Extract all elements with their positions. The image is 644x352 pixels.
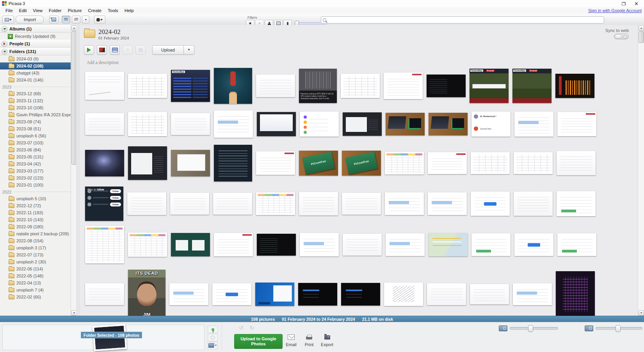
photo-thumbnail[interactable] <box>513 283 552 305</box>
photo-thumbnail[interactable] <box>514 233 553 256</box>
sidebar-folder-item[interactable]: unsplash 3 (17) <box>0 244 76 251</box>
photo-thumbnail[interactable] <box>85 113 124 135</box>
sidebar-folder-item[interactable]: 2022-06 (114) <box>0 265 76 272</box>
sidebar-folder-item[interactable]: chatgpt (43) <box>0 69 76 76</box>
zoom-slider-thumb[interactable] <box>616 325 621 332</box>
photo-thumbnail[interactable] <box>128 146 167 180</box>
hold-in-tray-button[interactable] <box>208 325 218 333</box>
people-view-button[interactable]: ▶ <box>94 16 105 23</box>
flat-view-button[interactable] <box>62 16 70 23</box>
photo-thumbnail[interactable] <box>255 283 294 306</box>
photo-thumbnail[interactable] <box>429 233 468 256</box>
photo-thumbnail[interactable] <box>427 75 466 97</box>
photo-thumbnail[interactable]: TechnoRautArsenal <box>470 69 509 103</box>
menu-tools[interactable]: Tools <box>105 7 121 14</box>
scroll-down-icon[interactable]: ▼ <box>639 310 644 316</box>
photo-thumbnail[interactable] <box>557 233 596 256</box>
menu-folder[interactable]: Folder <box>46 7 65 14</box>
secondary-zoom-slider[interactable] <box>596 327 642 330</box>
sync-to-web-toggle[interactable] <box>614 34 629 39</box>
photo-thumbnail[interactable] <box>257 112 296 136</box>
sidebar-folder-item[interactable]: 2023-10 (108) <box>0 104 76 111</box>
signin-google-link[interactable]: Sign in with Google Account <box>588 8 642 13</box>
photo-thumbnail[interactable] <box>471 192 510 216</box>
collapse-folders-button[interactable] <box>2 49 7 55</box>
photo-thumbnail[interactable] <box>127 192 166 215</box>
photo-thumbnail[interactable] <box>170 193 209 215</box>
photo-thumbnail[interactable]: PiCoolFan <box>342 151 381 176</box>
sidebar-folder-item[interactable]: 2024-03 (9) <box>0 55 76 62</box>
photo-thumbnail[interactable] <box>257 234 296 256</box>
zoom-slider-thumb[interactable] <box>528 325 533 332</box>
sidebar-folder-item[interactable]: 2023-07 (103) <box>0 139 76 146</box>
photo-thumbnail[interactable] <box>471 233 511 256</box>
sidebar-folder-item[interactable]: 2023-08 (51) <box>0 125 76 132</box>
photo-thumbnail[interactable] <box>214 233 253 256</box>
sidebar-folder-item[interactable]: 2023-03 (177) <box>0 167 76 174</box>
add-folder-button[interactable] <box>49 16 59 23</box>
sidebar-folder-item[interactable]: unsplash 7 (4) <box>0 286 76 293</box>
photo-thumbnail[interactable] <box>171 233 210 256</box>
photo-thumbnail[interactable] <box>128 112 167 136</box>
sidebar-folder-item[interactable]: 2022-10 (143) <box>0 216 76 223</box>
photo-thumbnail[interactable] <box>428 192 467 215</box>
sidebar-folder-item[interactable]: 2022-12 (72) <box>0 202 76 209</box>
sidebar-folder-item[interactable]: unsplash 6 (56) <box>0 132 76 139</box>
photo-thumbnail[interactable] <box>514 112 553 137</box>
sidebar-folder-item[interactable]: 2023-09 (74) <box>0 118 76 125</box>
restore-window-button[interactable] <box>622 2 626 5</box>
photo-thumbnail[interactable] <box>256 192 295 215</box>
export-action[interactable]: Export <box>318 333 336 347</box>
photo-thumbnail[interactable]: Passively cooling an RTX 3080 Ti with 10… <box>299 69 337 103</box>
sidebar-folder-item[interactable]: unsplash 2 (30) <box>0 258 76 265</box>
photo-thumbnail[interactable] <box>256 75 295 97</box>
photo-thumbnail[interactable] <box>427 283 466 305</box>
photo-thumbnail[interactable] <box>470 284 509 304</box>
upload-to-google-photos-button[interactable]: Upload to Google Photos <box>234 334 283 349</box>
sidebar-folder-item[interactable]: 2024-02 (108) <box>0 62 76 69</box>
photo-thumbnail[interactable] <box>514 152 553 174</box>
photo-thumbnail[interactable] <box>428 152 467 174</box>
email-action[interactable]: Email <box>283 333 300 347</box>
sidebar-scrollbar[interactable]: ▲ ▼ <box>71 25 76 316</box>
print-action[interactable]: Print <box>301 333 318 347</box>
search-box[interactable] <box>321 16 604 23</box>
scroll-up-icon[interactable]: ▲ <box>639 25 644 31</box>
sidebar-folder-item[interactable]: 2023-02 (123) <box>0 174 76 181</box>
create-collage-button[interactable] <box>97 45 107 55</box>
photo-thumbnail[interactable] <box>343 112 382 136</box>
photo-thumbnail[interactable] <box>557 151 596 175</box>
photo-thumbnail[interactable] <box>386 233 425 256</box>
photo-thumbnail[interactable] <box>300 233 339 256</box>
sidebar-folder-item[interactable]: 2023-06 (84) <box>0 146 76 153</box>
menu-picture[interactable]: Picture <box>65 7 85 14</box>
menu-help[interactable]: Help <box>121 7 137 14</box>
expand-people-button[interactable] <box>2 41 7 47</box>
sidebar-folder-item[interactable]: Gavin Phillips IFA 2023 Expen <box>0 111 76 118</box>
photo-thumbnail[interactable] <box>471 152 510 174</box>
import-button[interactable]: Import <box>16 16 44 23</box>
photo-thumbnail[interactable] <box>429 113 468 135</box>
photo-thumbnail[interactable] <box>342 193 381 215</box>
photo-thumbnail[interactable] <box>171 113 210 135</box>
sidebar-folder-item[interactable]: 2022-02 (66) <box>0 293 76 300</box>
play-slideshow-button[interactable] <box>84 45 94 55</box>
sidebar-folder-item[interactable]: 2022-05 (148) <box>0 272 76 279</box>
main-scroll-thumb[interactable] <box>639 31 644 43</box>
view-options-dropdown[interactable]: ▼ <box>82 16 89 23</box>
sidebar-folder-item[interactable]: 2022-07 (173) <box>0 251 76 258</box>
menu-view[interactable]: View <box>30 7 46 14</box>
collapse-albums-button[interactable] <box>2 26 7 32</box>
photo-thumbnail[interactable]: PiCoolFan <box>299 151 338 176</box>
sidebar-folder-item[interactable]: 2022-11 (183) <box>0 209 76 216</box>
photo-thumbnail[interactable] <box>384 73 423 99</box>
sidebar-folder-item[interactable]: 2023-01 (100) <box>0 181 76 188</box>
sidebar-folder-item[interactable]: unsplash 5 (10) <box>0 195 76 202</box>
tree-view-button[interactable] <box>72 16 80 23</box>
photo-thumbnail[interactable] <box>169 283 208 305</box>
sidebar-folder-item[interactable]: 2024-01 (146) <box>0 76 76 84</box>
photo-thumbnail[interactable] <box>214 110 253 138</box>
photo-thumbnail[interactable] <box>214 68 252 104</box>
photo-thumbnail[interactable] <box>299 192 338 215</box>
photo-thumbnail[interactable] <box>343 234 382 256</box>
